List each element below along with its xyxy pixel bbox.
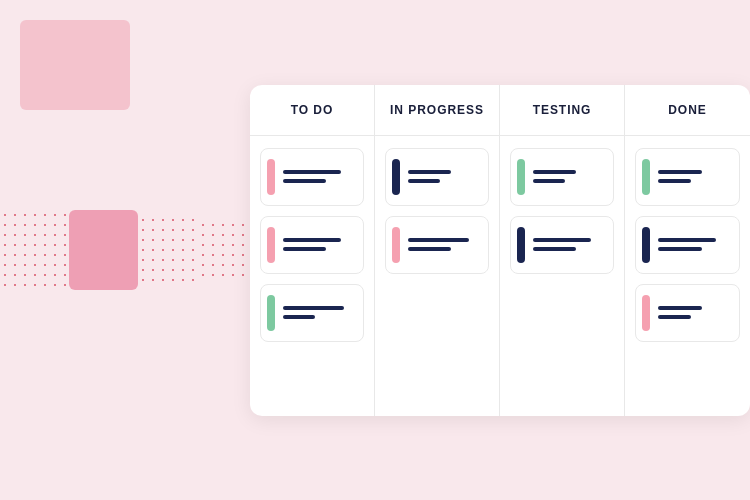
col-done [625,136,750,416]
card-accent-green [267,295,275,331]
card-accent-green [642,159,650,195]
col-header-todo: TO DO [250,85,375,135]
col-header-inprogress: IN PROGRESS [375,85,500,135]
bg-decoration-bottom-right [69,210,138,290]
card[interactable] [510,216,614,274]
card-line [408,238,469,242]
card-line [533,238,591,242]
card-lines [533,170,605,183]
card[interactable] [635,216,740,274]
col-testing [500,136,625,416]
card-lines [283,306,355,319]
card-line [658,238,716,242]
kanban-board: TO DO IN PROGRESS TESTING DONE [250,85,750,416]
card[interactable] [260,216,364,274]
board-body [250,136,750,416]
card-accent-pink [267,227,275,263]
card-accent-pink [267,159,275,195]
card-line [283,315,315,319]
bg-dots-bottom-right [198,220,250,280]
card-lines [408,170,480,183]
card-line [283,179,326,183]
card-line [283,306,344,310]
card-lines [408,238,480,251]
card-line [283,247,326,251]
card-accent-navy [392,159,400,195]
card[interactable] [510,148,614,206]
card-lines [283,170,355,183]
card[interactable] [635,148,740,206]
card-line [658,315,691,319]
col-header-testing: TESTING [500,85,625,135]
card-lines [658,306,731,319]
card-line [408,170,451,174]
card-accent-pink [642,295,650,331]
card[interactable] [385,216,489,274]
card[interactable] [260,148,364,206]
card-accent-green [517,159,525,195]
card-line [283,238,341,242]
card-lines [658,238,731,251]
card-lines [533,238,605,251]
card-line [408,179,440,183]
card[interactable] [260,284,364,342]
card-accent-navy [517,227,525,263]
card-line [658,170,702,174]
card-accent-pink [392,227,400,263]
card-line [658,306,702,310]
card-line [533,170,576,174]
card[interactable] [635,284,740,342]
bg-decoration-top-left [20,20,130,110]
bg-dots-top-left [0,210,69,290]
col-header-done: DONE [625,85,750,135]
card-line [658,179,691,183]
bg-dots-bottom-left [138,215,198,285]
card[interactable] [385,148,489,206]
card-accent-navy [642,227,650,263]
card-line [283,170,341,174]
card-line [533,179,565,183]
card-lines [283,238,355,251]
card-line [408,247,451,251]
card-line [658,247,702,251]
card-line [533,247,576,251]
card-lines [658,170,731,183]
board-header: TO DO IN PROGRESS TESTING DONE [250,85,750,136]
col-todo [250,136,375,416]
col-inprogress [375,136,500,416]
